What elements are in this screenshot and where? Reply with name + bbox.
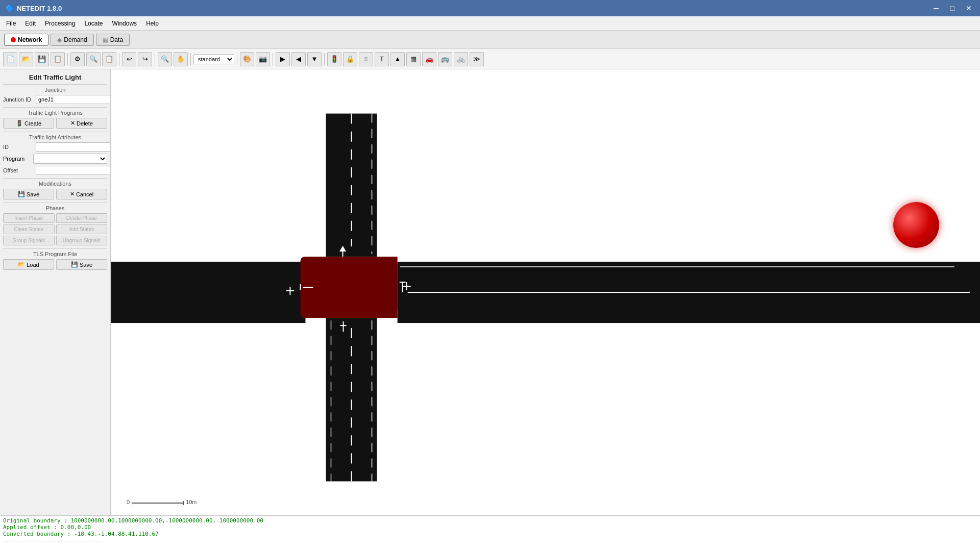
data-icon: ▦ — [103, 36, 108, 43]
tb-bus[interactable]: 🚌 — [438, 52, 452, 66]
tb-color[interactable]: 🎨 — [240, 52, 254, 66]
tb-stop[interactable]: ▼ — [307, 52, 322, 66]
mode-demand[interactable]: ◆ Demand — [51, 34, 93, 46]
status-output: Original boundary : 1000000000.00,100000… — [0, 515, 980, 551]
menu-windows[interactable]: Windows — [108, 18, 141, 29]
panel-title: Edit Traffic Light — [3, 73, 107, 81]
tb-triangle[interactable]: ▲ — [390, 52, 405, 66]
tb-open[interactable]: 📂 — [19, 52, 33, 66]
tb-save[interactable]: 💾 — [35, 52, 49, 66]
menu-bar: File Edit Processing Locate Windows Help — [0, 16, 980, 31]
save-icon: 💾 — [18, 191, 25, 197]
cancel-modifications-button[interactable]: ✕ Cancel — [56, 189, 107, 199]
canvas-area[interactable]: 0 10m — [111, 69, 980, 515]
left-panel: Edit Traffic Light Junction Junction ID … — [0, 69, 111, 515]
tb-clipboard[interactable]: 📋 — [102, 52, 116, 66]
phases-grid: Insert Phase Delete Phase Clean States A… — [3, 213, 107, 245]
tb-settings[interactable]: ⚙ — [70, 52, 85, 66]
tb-text[interactable]: T — [375, 52, 389, 66]
load-tls-button[interactable]: 📂 Load — [3, 259, 54, 270]
tb-pan[interactable]: ✋ — [174, 52, 188, 66]
toolbar-separator-6 — [273, 53, 273, 65]
app-title: NETEDIT 1.8.0 — [17, 5, 62, 12]
menu-processing[interactable]: Processing — [41, 18, 79, 29]
toolbar-separator-7 — [324, 53, 325, 65]
mode-network-label: Network — [18, 36, 42, 43]
tb-move-forward[interactable]: ▶ — [276, 52, 290, 66]
mode-data[interactable]: ▦ Data — [96, 34, 130, 46]
tl-id-label: ID — [3, 144, 34, 150]
network-visualization — [111, 69, 980, 515]
toolbar: 📄 📂 💾 📋 ⚙ 🔍 📋 ↩ ↪ 🔍 ✋ standard real worl… — [0, 49, 980, 69]
create-icon: 🚦 — [16, 120, 23, 127]
load-icon: 📂 — [18, 261, 25, 268]
tl-id-input[interactable] — [36, 142, 111, 152]
ungroup-signals-button[interactable]: Ungroup Signals — [56, 236, 108, 245]
tb-lanes[interactable]: ≡ — [359, 52, 373, 66]
scale-end: 10m — [186, 499, 197, 505]
toolbar-separator-3 — [155, 53, 155, 65]
junction-id-row: Junction ID — [3, 95, 107, 104]
tb-car[interactable]: 🚗 — [422, 52, 436, 66]
phases-section-label: Phases — [3, 203, 107, 211]
menu-help[interactable]: Help — [142, 18, 163, 29]
tb-move-back[interactable]: ◀ — [291, 52, 306, 66]
scale-tick-right — [183, 501, 184, 505]
close-button[interactable]: ✕ — [963, 2, 975, 14]
modifications-section-label: Modifications — [3, 178, 107, 187]
tb-trafficlight[interactable]: 🚦 — [327, 52, 341, 66]
minimize-button[interactable]: ─ — [930, 2, 942, 14]
add-states-button[interactable]: Add States — [56, 224, 108, 234]
window-controls: ─ □ ✕ — [930, 2, 975, 14]
menu-locate[interactable]: Locate — [80, 18, 107, 29]
insert-phase-button[interactable]: Insert Phase — [3, 213, 55, 223]
tl-program-select[interactable] — [33, 154, 107, 164]
scale-ruler — [132, 501, 184, 505]
tb-magnet[interactable]: 🔍 — [86, 52, 101, 66]
maximize-button[interactable]: □ — [946, 2, 959, 14]
clean-states-button[interactable]: Clean States — [3, 224, 55, 234]
app-icon: 🔷 — [5, 4, 14, 12]
save-tls-icon: 💾 — [71, 261, 78, 268]
save-tls-button[interactable]: 💾 Save — [56, 259, 107, 270]
delete-phase-button[interactable]: Delete Phase — [56, 213, 108, 223]
scale-bar: 0 10m — [127, 499, 197, 505]
tb-redo[interactable]: ↪ — [138, 52, 152, 66]
tl-offset-row: Offset — [3, 166, 107, 175]
tb-grid[interactable]: ▦ — [406, 52, 421, 66]
intersection-center — [305, 257, 397, 318]
menu-file[interactable]: File — [2, 18, 20, 29]
menu-edit[interactable]: Edit — [21, 18, 40, 29]
mode-network[interactable]: Network — [4, 34, 48, 46]
tb-bike[interactable]: 🚲 — [454, 52, 468, 66]
junction-id-label: Junction ID — [3, 96, 34, 103]
tb-new[interactable]: 📄 — [3, 52, 17, 66]
mode-bar: Network ◆ Demand ▦ Data — [0, 31, 980, 49]
view-select[interactable]: standard real world — [193, 54, 234, 64]
tb-undo[interactable]: ↩ — [122, 52, 136, 66]
tl-programs-section-label: Traffic Light Programs — [3, 107, 107, 116]
junction-id-input[interactable] — [36, 95, 111, 104]
tb-more[interactable]: ≫ — [470, 52, 484, 66]
traffic-light-red — [893, 202, 939, 248]
tb-zoom[interactable]: 🔍 — [158, 52, 172, 66]
tl-offset-label: Offset — [3, 167, 34, 173]
demand-icon: ◆ — [57, 36, 62, 43]
toolbar-separator-5 — [237, 53, 237, 65]
delete-icon: ✕ — [70, 120, 75, 127]
group-signals-button[interactable]: Group Signals — [3, 236, 55, 245]
tl-offset-input[interactable] — [36, 166, 111, 175]
scale-ruler-container — [132, 501, 184, 505]
save-modifications-button[interactable]: 💾 Save — [3, 189, 54, 199]
create-program-button[interactable]: 🚦 Create — [3, 118, 54, 129]
tb-saveas[interactable]: 📋 — [51, 52, 65, 66]
tb-lock[interactable]: 🔒 — [343, 52, 357, 66]
status-line-2: Applied offset : 0.00,0.00 — [3, 524, 977, 531]
delete-program-button[interactable]: ✕ Delete — [56, 118, 107, 129]
tl-attributes-section-label: Traffic light Attributes — [3, 132, 107, 140]
tb-screenshot[interactable]: 📷 — [256, 52, 270, 66]
road-west — [111, 262, 305, 323]
tl-program-row: Program — [3, 154, 107, 164]
cancel-icon: ✕ — [70, 191, 75, 197]
mode-data-label: Data — [110, 36, 123, 43]
